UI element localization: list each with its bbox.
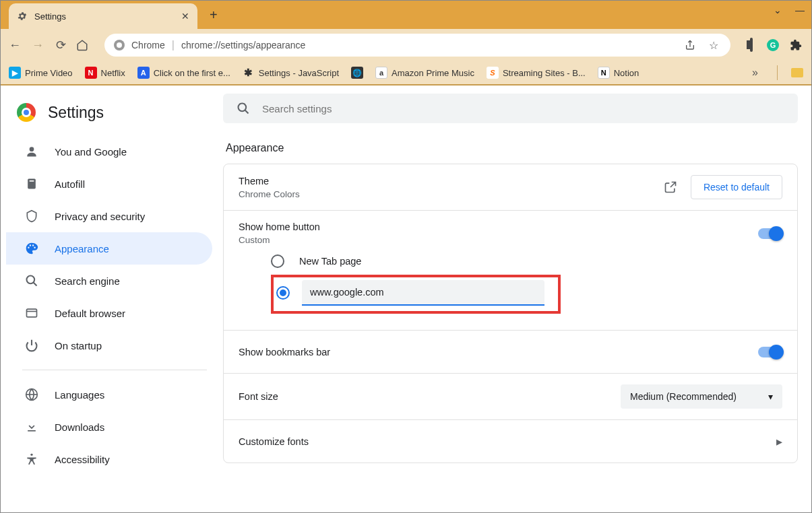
reader-mode-icon[interactable] [744, 39, 759, 51]
theme-sub: Chrome Colors [239, 189, 664, 199]
bookmark-netflix[interactable]: NNetflix [85, 67, 125, 79]
svg-line-4 [34, 283, 37, 286]
reset-to-default-button[interactable]: Reset to default [691, 175, 782, 199]
browser-tab[interactable]: Settings ✕ [9, 3, 197, 29]
autofill-icon [25, 177, 38, 191]
palette-icon [25, 242, 38, 255]
bookmark-click[interactable]: AClick on the first e... [137, 67, 230, 79]
bookmark-streaming[interactable]: SStreaming Sites - B... [487, 67, 586, 79]
sidebar-title: Settings [48, 104, 104, 122]
shield-icon [25, 209, 38, 223]
radio-new-tab-page[interactable]: New Tab page [271, 248, 782, 275]
bookmark-bar: ▶Prime Video NNetflix AClick on the firs… [1, 61, 811, 86]
address-app-label: Chrome [131, 40, 165, 50]
customize-fonts-label: Customize fonts [239, 436, 776, 447]
chevron-down-icon: ▾ [768, 391, 773, 402]
tab-bar: Settings ✕ + ⌄ — [1, 1, 811, 29]
sidebar: Settings You and Google Autofill Privacy… [1, 86, 223, 512]
new-tab-button[interactable]: + [210, 7, 218, 23]
chrome-icon [114, 40, 125, 50]
toolbar: ← → ⟳ Chrome | chrome://settings/appeara… [1, 29, 811, 61]
svg-rect-1 [28, 179, 36, 189]
bookmarks-bar-label: Show bookmarks bar [239, 347, 758, 357]
chevron-right-icon: ▸ [776, 434, 782, 449]
globe-icon [25, 388, 38, 401]
search-settings-input[interactable] [262, 103, 784, 114]
row-bookmarks-bar: Show bookmarks bar [224, 330, 797, 373]
home-button-label: Show home button [239, 221, 758, 232]
home-button-sub: Custom [239, 235, 758, 245]
sidebar-item-accessibility[interactable]: Accessibility [6, 443, 212, 475]
row-home-button: Show home button Custom New Tab page [224, 210, 797, 330]
sidebar-item-languages[interactable]: Languages [6, 378, 212, 411]
bookmark-overflow-icon[interactable]: » [752, 67, 758, 79]
tab-title: Settings [34, 11, 175, 22]
sidebar-item-you-and-google[interactable]: You and Google [6, 135, 212, 168]
svg-point-0 [30, 147, 34, 151]
svg-point-9 [30, 454, 32, 456]
bookmark-settings-js[interactable]: ✱Settings - JavaScript [243, 67, 339, 79]
bookmark-amazon-music[interactable]: aAmazon Prime Music [375, 67, 474, 79]
star-icon[interactable]: ☆ [706, 39, 721, 52]
sidebar-item-search-engine[interactable]: Search engine [6, 265, 212, 297]
bookmark-folder-icon[interactable] [791, 68, 803, 77]
row-customize-fonts[interactable]: Customize fonts ▸ [224, 419, 797, 463]
bookmark-notion[interactable]: NNotion [598, 67, 639, 79]
search-settings-box[interactable] [223, 94, 798, 123]
open-external-icon[interactable] [664, 180, 677, 194]
radio-custom-url-highlight [271, 275, 561, 314]
section-title: Appearance [226, 142, 803, 154]
extensions-icon[interactable] [790, 39, 805, 51]
svg-rect-2 [30, 180, 34, 182]
gear-icon [17, 11, 28, 22]
chrome-logo-icon [17, 103, 36, 122]
browser-icon [25, 306, 38, 320]
tab-close-icon[interactable]: ✕ [181, 11, 189, 22]
sidebar-item-default-browser[interactable]: Default browser [6, 297, 212, 329]
row-font-size: Font size Medium (Recommended) ▾ [224, 373, 797, 419]
row-theme: Theme Chrome Colors Reset to default [224, 164, 797, 210]
back-button[interactable]: ← [7, 38, 22, 53]
address-url: chrome://settings/appearance [181, 40, 678, 50]
sidebar-item-autofill[interactable]: Autofill [6, 168, 212, 200]
person-icon [25, 145, 38, 158]
sidebar-item-appearance[interactable]: Appearance [6, 232, 212, 265]
home-button-toggle[interactable] [758, 228, 782, 239]
sidebar-item-privacy[interactable]: Privacy and security [6, 200, 212, 232]
search-icon [237, 102, 250, 115]
minimize-icon[interactable]: — [795, 5, 805, 15]
sidebar-item-downloads[interactable]: Downloads [6, 411, 212, 443]
forward-button[interactable]: → [30, 38, 45, 53]
share-icon[interactable] [685, 40, 699, 50]
bookmarks-bar-toggle[interactable] [758, 347, 782, 357]
accessibility-icon [25, 452, 38, 466]
svg-point-3 [27, 276, 35, 284]
main-content: Appearance Theme Chrome Colors Reset to … [223, 86, 811, 512]
download-icon [25, 420, 38, 434]
home-button[interactable] [76, 39, 91, 51]
address-bar[interactable]: Chrome | chrome://settings/appearance ☆ [104, 34, 730, 57]
chevron-down-icon[interactable]: ⌄ [774, 5, 782, 15]
grammarly-icon[interactable]: G [767, 39, 782, 51]
search-icon [25, 274, 38, 287]
bookmark-prime-video[interactable]: ▶Prime Video [9, 67, 73, 79]
power-icon [25, 339, 38, 352]
custom-url-input[interactable] [302, 280, 544, 306]
reload-button[interactable]: ⟳ [53, 38, 68, 53]
svg-line-11 [245, 110, 249, 114]
font-size-label: Font size [239, 391, 621, 402]
bookmark-globe[interactable]: 🌐 [351, 67, 363, 79]
svg-rect-5 [27, 309, 37, 317]
theme-label: Theme [239, 176, 664, 186]
svg-point-10 [239, 104, 247, 112]
font-size-select[interactable]: Medium (Recommended) ▾ [621, 384, 782, 409]
radio-icon[interactable] [271, 254, 284, 268]
radio-icon[interactable] [276, 286, 290, 300]
sidebar-item-on-startup[interactable]: On startup [6, 329, 212, 362]
window-controls: ⌄ — [774, 5, 805, 15]
